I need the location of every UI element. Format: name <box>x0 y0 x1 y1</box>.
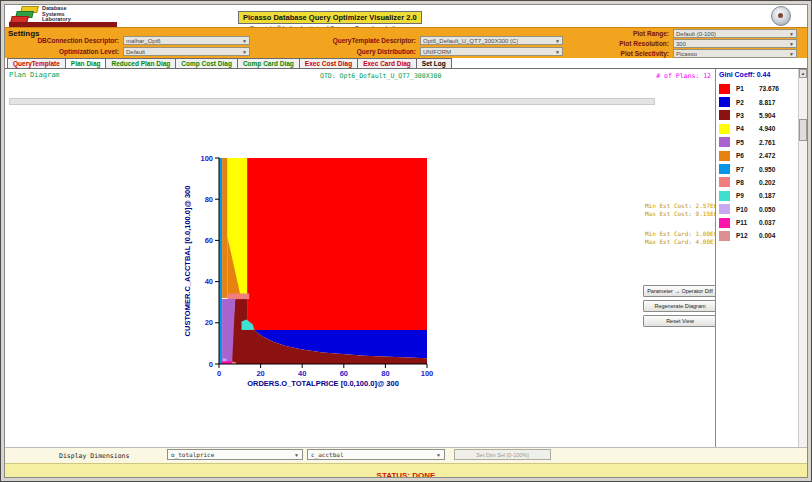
plot-buttons: Parameter → Operator DiffRegenerate Diag… <box>643 285 717 330</box>
plan-percentage: 5.904 <box>759 112 775 119</box>
legend-row-p4[interactable]: P44.940 <box>719 122 797 135</box>
plan-region-P6[interactable] <box>222 158 227 298</box>
plan-label: P11 <box>736 219 759 226</box>
querytemplate-descriptor-select[interactable]: Opt6_Default_U_QT7_300X300 (C)▼ <box>420 36 563 45</box>
dropdown-arrow-icon: ▼ <box>789 51 794 57</box>
annotation-line: Max Est Card: 4.00E1 <box>645 238 717 246</box>
dropdown-arrow-icon: ▼ <box>555 49 560 55</box>
legend-row-p3[interactable]: P35.904 <box>719 109 797 122</box>
plan-percentage: 8.817 <box>759 99 775 106</box>
plot-resolution-label: Plot Resolution: <box>563 40 669 47</box>
tab-exec-cost-diag[interactable]: Exec Cost Diag <box>299 58 358 68</box>
legend-row-p5[interactable]: P52.761 <box>719 136 797 149</box>
optimization-level-select[interactable]: Default▼ <box>123 47 250 56</box>
dropdown-arrow-icon: ▼ <box>555 38 560 44</box>
tab-reduced-plan-diag[interactable]: Reduced Plan Diag <box>105 58 176 68</box>
legend-row-p8[interactable]: P80.202 <box>719 176 797 189</box>
y-tick-label: 60 <box>205 236 213 245</box>
tab-querytemplate[interactable]: QueryTemplate <box>7 58 66 68</box>
plan-color-swatch <box>719 97 730 107</box>
y-tick-label: 20 <box>205 318 213 327</box>
plan-color-swatch <box>719 191 730 201</box>
display-dimensions-label: Display Dimensions <box>59 452 129 460</box>
progress-strip <box>9 98 655 105</box>
query-distribution-label: Query Distribution: <box>303 48 416 55</box>
status-bar: STATUS: DONE <box>5 463 807 478</box>
plan-region-P10[interactable] <box>223 359 227 362</box>
plan-percentage: 4.940 <box>759 125 775 132</box>
scroll-up-icon[interactable]: ▲ <box>799 69 807 78</box>
plan-region-P1[interactable] <box>247 158 427 330</box>
plan-label: P3 <box>736 112 759 119</box>
plan-count-label: # of Plans: 12 <box>656 72 711 80</box>
picasso-window: Database Systems Laboratory Picasso Data… <box>0 0 812 482</box>
x-tick-label: 100 <box>421 369 434 378</box>
plan-label: P2 <box>736 99 759 106</box>
legend-scrollbar[interactable]: ▲ <box>798 69 807 447</box>
plan-label: P1 <box>736 85 759 92</box>
legend-row-p1[interactable]: P173.676 <box>719 82 797 95</box>
dropdown-arrow-icon: ▼ <box>436 452 441 458</box>
dropdown-arrow-icon: ▼ <box>294 452 299 458</box>
plan-color-swatch <box>719 124 730 134</box>
display-dimensions-row: Display Dimensions o_totalprice▼ c_acctb… <box>5 447 807 463</box>
plot-resolution-select[interactable]: 300▼ <box>673 39 797 48</box>
legend-row-p2[interactable]: P28.817 <box>719 95 797 108</box>
plan-diagram-canvas[interactable]: 020406080100020406080100ORDERS.O_TOTALPR… <box>177 152 447 402</box>
dsl-logo-icon: Database Systems Laboratory <box>9 6 121 27</box>
tab-set-log[interactable]: Set Log <box>416 58 452 68</box>
dbconnection-descriptor-select[interactable]: malhar_Opt6▼ <box>123 36 250 45</box>
legend-row-p9[interactable]: P90.187 <box>719 189 797 202</box>
optimization-level-label: Optimization Level: <box>5 48 119 55</box>
querytemplate-descriptor-label: QueryTemplate Descriptor: <box>303 37 416 44</box>
plan-percentage: 0.202 <box>759 179 775 186</box>
plan-label: P6 <box>736 152 759 159</box>
plan-label: P7 <box>736 166 759 173</box>
tab-comp-cost-diag[interactable]: Comp Cost Diag <box>175 58 238 68</box>
plan-percentage: 0.187 <box>759 192 775 199</box>
gini-coeff-label: Gini Coeff: 0.44 <box>719 71 770 78</box>
plan-region-P8[interactable] <box>227 294 249 300</box>
view-title: Plan Diagram <box>9 71 60 79</box>
plan-label: P4 <box>736 125 759 132</box>
plan-color-swatch <box>719 177 730 187</box>
legend-row-p12[interactable]: P120.004 <box>719 229 797 242</box>
reset-view-button[interactable]: Reset View <box>643 315 717 327</box>
annotation-line: Min Est Card: 1.00E0 <box>645 230 717 238</box>
dimension2-select[interactable]: c_acctbal▼ <box>307 449 445 460</box>
x-tick-label: 20 <box>256 369 264 378</box>
tab-exec-card-diag[interactable]: Exec Card Diag <box>357 58 417 68</box>
legend-row-p6[interactable]: P62.472 <box>719 149 797 162</box>
tab-plan-diag[interactable]: Plan Diag <box>65 58 107 68</box>
plot-selectivity-select[interactable]: Picasso▼ <box>673 49 797 58</box>
settings-panel: Settings DBConnection Descriptor: malhar… <box>5 27 807 58</box>
plan-percentage: 0.037 <box>759 219 775 226</box>
plan-color-swatch <box>719 84 730 94</box>
plan-percentage: 2.761 <box>759 139 775 146</box>
plan-label: P9 <box>736 192 759 199</box>
plan-percentage: 73.676 <box>759 85 779 92</box>
y-axis-label: CUSTOMER.C_ACCTBAL [0.0,100.0]@ 300 <box>183 186 192 337</box>
plan-label: P8 <box>736 179 759 186</box>
plan-percentage: 2.472 <box>759 152 775 159</box>
x-tick-label: 40 <box>298 369 306 378</box>
plot-annotations: Min Est Cost: 2.57E6Max Est Cost: 9.15E6… <box>645 202 717 245</box>
tab-comp-card-diag[interactable]: Comp Card Diag <box>237 58 300 68</box>
legend-row-p7[interactable]: P70.950 <box>719 162 797 175</box>
query-distribution-select[interactable]: UNIFORM▼ <box>420 47 563 56</box>
y-tick-label: 40 <box>205 277 213 286</box>
legend-row-p11[interactable]: P110.037 <box>719 216 797 229</box>
plan-label: P12 <box>736 232 759 239</box>
legend-row-p10[interactable]: P100.050 <box>719 203 797 216</box>
scroll-thumb[interactable] <box>799 119 807 141</box>
dimension1-select[interactable]: o_totalprice▼ <box>167 449 303 460</box>
set-dim-sel-button[interactable]: Set Dim Sel [0-100%] <box>454 449 551 460</box>
status-text: STATUS: DONE <box>377 471 436 478</box>
window-content: Database Systems Laboratory Picasso Data… <box>4 4 808 478</box>
plot-selectivity-label: Plot Selectivity: <box>563 50 669 57</box>
plot-range-select[interactable]: Default (0-100)▼ <box>673 29 797 38</box>
parameter-operator-diff-button[interactable]: Parameter → Operator Diff <box>643 285 717 297</box>
annotation-line: Max Est Cost: 9.15E6 <box>645 210 717 218</box>
regenerate-diagram-button[interactable]: Regenerate Diagram <box>643 300 717 312</box>
plan-color-swatch <box>719 151 730 161</box>
